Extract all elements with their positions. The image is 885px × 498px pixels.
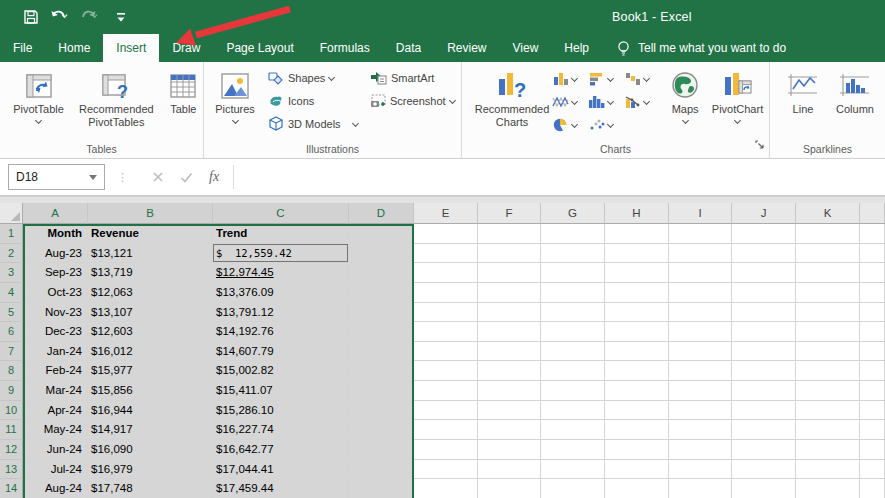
column-header-K[interactable]: K — [796, 203, 860, 224]
cell-I5[interactable] — [669, 303, 732, 323]
cell-F5[interactable] — [478, 303, 541, 323]
tab-view[interactable]: View — [500, 34, 552, 62]
cell-G8[interactable] — [541, 361, 605, 381]
cell-G11[interactable] — [541, 420, 605, 440]
cell-E14[interactable] — [414, 479, 478, 498]
undo-button[interactable] — [48, 5, 74, 29]
cell-H4[interactable] — [605, 283, 669, 303]
cell-K13[interactable] — [796, 460, 860, 480]
cell-C11[interactable]: $16,227.74 — [213, 420, 349, 440]
insert-column-chart-button[interactable] — [552, 71, 588, 86]
tab-data[interactable]: Data — [383, 34, 434, 62]
row-header-4[interactable]: 4 — [0, 283, 23, 303]
cell-E13[interactable] — [414, 460, 478, 480]
cell-A11[interactable]: May-24 — [23, 420, 88, 440]
cell-A5[interactable]: Nov-23 — [23, 303, 88, 323]
cell-A6[interactable]: Dec-23 — [23, 322, 88, 342]
column-header-D[interactable]: D — [349, 203, 414, 224]
tab-insert[interactable]: Insert — [103, 34, 159, 62]
cell-J6[interactable] — [732, 322, 796, 342]
cell-partial-6[interactable] — [860, 322, 885, 342]
column-header-F[interactable]: F — [478, 203, 541, 224]
customize-quick-access-button[interactable] — [108, 5, 134, 29]
cell-partial-8[interactable] — [860, 361, 885, 381]
cell-A8[interactable]: Feb-24 — [23, 361, 88, 381]
table-button[interactable]: Table — [164, 67, 203, 116]
cell-H8[interactable] — [605, 361, 669, 381]
cell-C3[interactable]: $12,974.45 — [213, 263, 349, 283]
cell-D3[interactable] — [349, 263, 414, 283]
3d-models-button[interactable]: 3D Models — [266, 113, 368, 134]
sparkline-line-button[interactable]: Line — [784, 67, 822, 116]
column-header-E[interactable]: E — [414, 203, 478, 224]
cell-partial-13[interactable] — [860, 460, 885, 480]
cell-J1[interactable] — [732, 224, 796, 244]
row-header-2[interactable]: 2 — [0, 244, 23, 264]
row-header-10[interactable]: 10 — [0, 401, 23, 421]
cell-D8[interactable] — [349, 361, 414, 381]
cell-H11[interactable] — [605, 420, 669, 440]
cell-E5[interactable] — [414, 303, 478, 323]
cell-F13[interactable] — [478, 460, 541, 480]
cell-D9[interactable] — [349, 381, 414, 401]
cell-I12[interactable] — [669, 440, 732, 460]
cell-partial-1[interactable] — [860, 224, 885, 244]
cell-G7[interactable] — [541, 342, 605, 362]
cell-G14[interactable] — [541, 479, 605, 498]
cell-B7[interactable]: $16,012 — [88, 342, 213, 362]
cell-C1[interactable]: Trend — [213, 224, 349, 244]
cell-G3[interactable] — [541, 263, 605, 283]
cell-B5[interactable]: $13,107 — [88, 303, 213, 323]
cell-H7[interactable] — [605, 342, 669, 362]
column-header-J[interactable]: J — [732, 203, 796, 224]
cell-D11[interactable] — [349, 420, 414, 440]
cell-H9[interactable] — [605, 381, 669, 401]
row-header-11[interactable]: 11 — [0, 420, 23, 440]
row-header-9[interactable]: 9 — [0, 381, 23, 401]
name-box[interactable]: D18 — [8, 164, 105, 190]
insert-function-icon[interactable]: fx — [209, 169, 219, 185]
cell-A14[interactable]: Aug-24 — [23, 479, 88, 498]
cell-D4[interactable] — [349, 283, 414, 303]
cell-partial-5[interactable] — [860, 303, 885, 323]
tab-help[interactable]: Help — [551, 34, 602, 62]
cell-J8[interactable] — [732, 361, 796, 381]
tab-formulas[interactable]: Formulas — [307, 34, 383, 62]
screenshot-button[interactable]: Screenshot — [368, 90, 460, 111]
cell-G5[interactable] — [541, 303, 605, 323]
cell-I10[interactable] — [669, 401, 732, 421]
cell-G6[interactable] — [541, 322, 605, 342]
insert-combo-chart-button[interactable] — [624, 94, 660, 109]
column-header-A[interactable]: A — [23, 203, 88, 224]
cell-F4[interactable] — [478, 283, 541, 303]
cell-J12[interactable] — [732, 440, 796, 460]
cell-partial-14[interactable] — [860, 479, 885, 498]
cell-A7[interactable]: Jan-24 — [23, 342, 88, 362]
cell-A12[interactable]: Jun-24 — [23, 440, 88, 460]
cell-A9[interactable]: Mar-24 — [23, 381, 88, 401]
cell-I13[interactable] — [669, 460, 732, 480]
cell-G13[interactable] — [541, 460, 605, 480]
tell-me-box[interactable]: Tell me what you want to do — [602, 34, 786, 62]
cell-I11[interactable] — [669, 420, 732, 440]
cell-C12[interactable]: $16,642.77 — [213, 440, 349, 460]
cell-partial-11[interactable] — [860, 420, 885, 440]
cell-B11[interactable]: $14,917 — [88, 420, 213, 440]
cell-G2[interactable] — [541, 244, 605, 264]
cell-E10[interactable] — [414, 401, 478, 421]
cell-F6[interactable] — [478, 322, 541, 342]
cell-A13[interactable]: Jul-24 — [23, 460, 88, 480]
select-all-button[interactable] — [0, 203, 23, 224]
row-header-14[interactable]: 14 — [0, 479, 23, 498]
cell-H12[interactable] — [605, 440, 669, 460]
cell-B9[interactable]: $15,856 — [88, 381, 213, 401]
cell-J5[interactable] — [732, 303, 796, 323]
cell-K9[interactable] — [796, 381, 860, 401]
cell-D2[interactable] — [349, 244, 414, 264]
insert-pie-chart-button[interactable] — [552, 117, 588, 132]
cell-K10[interactable] — [796, 401, 860, 421]
cell-A3[interactable]: Sep-23 — [23, 263, 88, 283]
cell-H2[interactable] — [605, 244, 669, 264]
cell-J11[interactable] — [732, 420, 796, 440]
cell-F2[interactable] — [478, 244, 541, 264]
